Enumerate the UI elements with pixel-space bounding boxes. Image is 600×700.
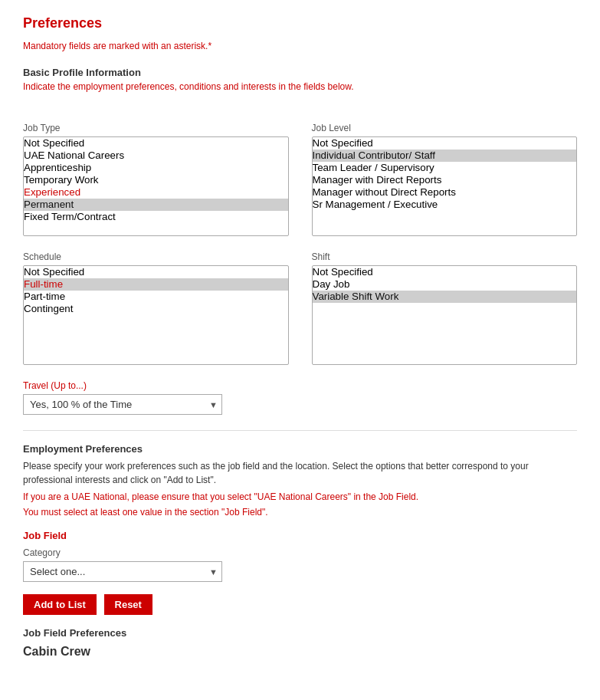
job-type-option-permanent[interactable]: Permanent <box>24 199 288 211</box>
job-level-option-ic[interactable]: Individual Contributor/ Staff <box>313 150 577 162</box>
schedule-group: Schedule Not Specified Full-time Part-ti… <box>23 251 289 365</box>
travel-select[interactable]: Yes, 100 % of the Time Yes, 75% of the T… <box>23 394 222 415</box>
travel-group: Travel (Up to...) Yes, 100 % of the Time… <box>23 380 577 415</box>
emp-prefs-desc1: Please specify your work preferences suc… <box>23 459 577 487</box>
job-level-option-manager-direct[interactable]: Manager with Direct Reports <box>313 174 577 186</box>
page-title: Preferences <box>23 15 577 31</box>
job-level-option-not-specified[interactable]: Not Specified <box>313 137 577 150</box>
job-type-option-apprenticeship[interactable]: Apprenticeship <box>24 162 288 174</box>
job-type-option-not-specified[interactable]: Not Specified <box>24 137 288 150</box>
job-type-listbox[interactable]: Not Specified UAE National Careers Appre… <box>23 136 289 236</box>
job-field-prefs-subtitle: Job Field Preferences <box>23 627 577 639</box>
schedule-option-contingent[interactable]: Contingent <box>24 303 288 315</box>
travel-label: Travel (Up to...) <box>23 380 577 391</box>
category-select-wrapper: Select one... ▼ <box>23 561 222 582</box>
job-type-option-uae[interactable]: UAE National Careers <box>24 150 288 162</box>
job-type-option-experienced[interactable]: Experienced <box>24 186 288 199</box>
schedule-label: Schedule <box>23 251 289 262</box>
section-divider <box>23 430 577 431</box>
shift-option-variable[interactable]: Variable Shift Work <box>313 291 577 303</box>
mandatory-note: Mandatory fields are marked with an aste… <box>23 41 577 51</box>
shift-label: Shift <box>312 251 578 262</box>
emp-prefs-desc2: If you are a UAE National, please ensure… <box>23 490 577 504</box>
shift-listbox[interactable]: Not Specified Day Job Variable Shift Wor… <box>312 265 578 365</box>
job-level-option-sr-mgmt[interactable]: Sr Management / Executive <box>313 199 577 211</box>
travel-select-wrapper: Yes, 100 % of the Time Yes, 75% of the T… <box>23 394 222 415</box>
job-type-label: Job Type <box>23 123 289 133</box>
category-select[interactable]: Select one... <box>23 561 222 582</box>
shift-option-not-specified[interactable]: Not Specified <box>313 266 577 278</box>
job-level-label: Job Level <box>312 123 578 133</box>
job-type-option-temporary[interactable]: Temporary Work <box>24 174 288 186</box>
emp-prefs-warning: You must select at least one value in th… <box>23 507 577 518</box>
schedule-listbox[interactable]: Not Specified Full-time Part-time Contin… <box>23 265 289 365</box>
schedule-option-fulltime[interactable]: Full-time <box>24 278 288 291</box>
reset-button[interactable]: Reset <box>104 594 152 615</box>
add-to-list-button[interactable]: Add to List <box>23 594 97 615</box>
job-level-listbox[interactable]: Not Specified Individual Contributor/ St… <box>312 136 578 236</box>
job-type-option-fixed[interactable]: Fixed Term/Contract <box>24 211 288 223</box>
schedule-option-not-specified[interactable]: Not Specified <box>24 266 288 278</box>
job-level-group: Job Level Not Specified Individual Contr… <box>312 123 578 236</box>
shift-option-day[interactable]: Day Job <box>313 278 577 291</box>
basic-profile-desc: Indicate the employment preferences, con… <box>23 81 577 92</box>
basic-profile-title: Basic Profile Information <box>23 67 577 78</box>
job-level-option-manager-no-direct[interactable]: Manager without Direct Reports <box>313 186 577 199</box>
job-field-prefs-value: Cabin Crew <box>23 645 577 659</box>
category-label: Category <box>23 547 577 558</box>
employment-prefs-section: Employment Preferences Please specify yo… <box>23 443 577 659</box>
job-type-group: Job Type Not Specified UAE National Care… <box>23 123 289 236</box>
shift-group: Shift Not Specified Day Job Variable Shi… <box>312 251 578 365</box>
emp-prefs-title: Employment Preferences <box>23 443 577 455</box>
schedule-option-parttime[interactable]: Part-time <box>24 291 288 303</box>
job-level-option-team-leader[interactable]: Team Leader / Supervisory <box>313 162 577 174</box>
job-field-label: Job Field <box>23 530 577 541</box>
